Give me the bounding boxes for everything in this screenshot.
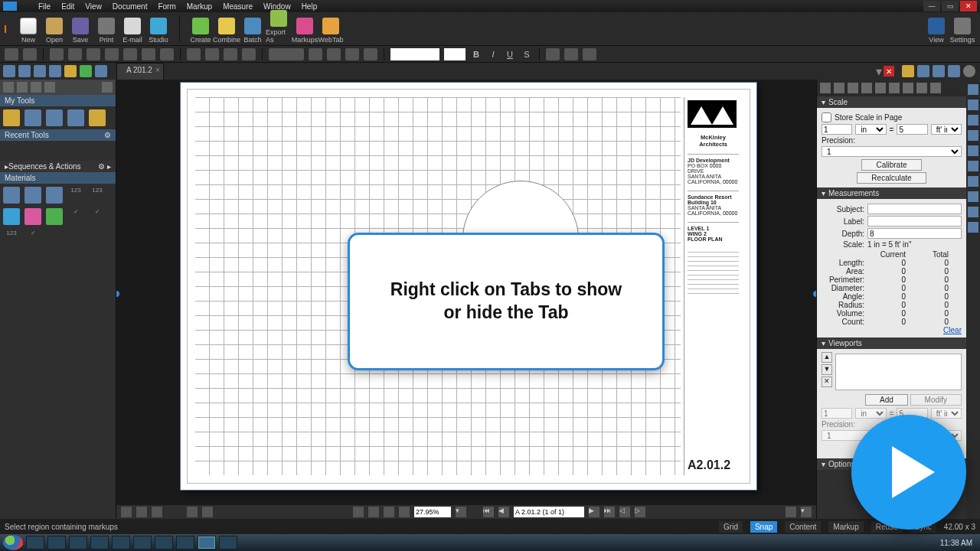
exportas-button[interactable]: Export As [266, 10, 292, 44]
status-content[interactable]: Content [785, 521, 821, 533]
status-markup[interactable]: Markup [828, 521, 863, 533]
tool-icon[interactable] [24, 109, 41, 126]
print-button[interactable]: Print [93, 18, 119, 44]
layout-icon[interactable] [202, 507, 213, 517]
open-button[interactable]: Open [41, 18, 67, 44]
depth-input[interactable] [867, 228, 962, 239]
scale-from-unit[interactable]: in [855, 124, 886, 135]
taskbar-app-icon[interactable] [112, 536, 130, 549]
measure-tool-icon[interactable] [916, 83, 927, 93]
material-icon[interactable] [46, 187, 63, 204]
taskbar-app-icon[interactable] [219, 536, 237, 549]
material-icon[interactable] [24, 187, 41, 204]
panel-tab-icon[interactable] [933, 65, 945, 77]
measure-tool-icon[interactable] [875, 83, 886, 93]
prev-view-icon[interactable]: ◁ [619, 507, 630, 517]
label-input[interactable] [867, 216, 962, 227]
chevron-down-icon[interactable]: ▾ [801, 507, 812, 517]
webtab-button[interactable]: WebTab [318, 18, 344, 44]
zoom-dropdown-icon[interactable]: ▾ [456, 507, 466, 517]
menu-view[interactable]: View [85, 2, 102, 11]
menu-form[interactable]: Form [158, 2, 175, 11]
recalculate-button[interactable]: Recalculate [857, 172, 926, 184]
split-icon[interactable] [136, 507, 147, 517]
line-weight-icon[interactable] [345, 48, 359, 60]
copy-icon[interactable] [68, 48, 82, 60]
menu-edit[interactable]: Edit [61, 2, 74, 11]
tool3-icon[interactable] [160, 48, 174, 60]
bold-icon[interactable]: B [470, 48, 482, 60]
font-family-input[interactable] [390, 48, 439, 60]
calibrate-button[interactable]: Calibrate [861, 159, 921, 171]
vp-add-button[interactable]: Add [865, 394, 908, 406]
edge-tab-icon[interactable] [968, 191, 978, 202]
combine-button[interactable]: Combine [214, 18, 240, 44]
panel-tab-icon[interactable] [49, 65, 61, 77]
edge-tab-icon[interactable] [968, 222, 978, 233]
menu-markup[interactable]: Markup [187, 2, 212, 11]
tab-dropdown-icon[interactable]: ▾ [876, 64, 882, 79]
markups-button[interactable]: Markups [292, 18, 318, 44]
section-recent[interactable]: Recent Tools⚙ [0, 129, 116, 141]
gear-icon[interactable]: ⚙ [104, 131, 111, 139]
panel-tool-icon[interactable] [102, 82, 113, 93]
split-icon[interactable] [121, 507, 132, 517]
section-mytools[interactable]: My Tools [0, 95, 116, 106]
status-grid[interactable]: Grid [719, 521, 743, 533]
store-scale-checkbox[interactable] [822, 112, 831, 122]
measure-tool-icon[interactable] [903, 83, 913, 93]
email-button[interactable]: E-mail [119, 18, 145, 44]
splitter-handle-icon[interactable] [116, 291, 119, 297]
viewport-list[interactable] [835, 354, 962, 390]
panel-tool-icon[interactable] [17, 82, 28, 93]
grid-icon[interactable] [242, 48, 256, 60]
tool-icon[interactable] [3, 109, 20, 126]
tool-icon[interactable] [123, 48, 137, 60]
panel-tab-icon[interactable] [18, 65, 31, 77]
line-end-icon[interactable] [327, 48, 341, 60]
batch-button[interactable]: Batch [240, 18, 266, 44]
panel-tool-icon[interactable] [3, 82, 14, 93]
scale-to-unit[interactable]: ft' in" [931, 124, 962, 135]
menu-document[interactable]: Document [113, 2, 148, 11]
panel-tab-icon[interactable] [80, 65, 92, 77]
text-select-icon[interactable] [399, 507, 410, 517]
measure-tool-icon[interactable] [930, 83, 941, 93]
next-view-icon[interactable]: ▷ [635, 507, 645, 517]
splitter-handle-icon[interactable] [813, 291, 816, 297]
undo-icon[interactable] [5, 48, 18, 60]
tool2-icon[interactable] [142, 48, 155, 60]
edge-tab-icon[interactable] [968, 84, 978, 95]
new-button[interactable]: New [15, 18, 41, 44]
shape-icon[interactable] [224, 48, 237, 60]
revu-menu-icon[interactable] [5, 25, 6, 33]
zoom-icon[interactable] [384, 507, 394, 517]
taskbar-app-icon[interactable] [90, 536, 109, 549]
italic-icon[interactable]: I [487, 48, 499, 60]
last-page-icon[interactable]: ⏭ [604, 507, 615, 517]
tool-icon[interactable] [46, 109, 63, 126]
scale-to-value[interactable] [897, 124, 927, 135]
play-button[interactable] [851, 415, 966, 530]
measure-tool-icon[interactable] [861, 83, 872, 93]
split-icon[interactable] [152, 507, 162, 517]
menu-window[interactable]: Window [263, 2, 291, 11]
material-icon[interactable] [3, 187, 20, 204]
material-icon[interactable] [46, 208, 63, 225]
edge-tab-icon[interactable] [968, 145, 978, 156]
vp-up-icon[interactable]: ▲ [822, 352, 832, 363]
panel-tab-icon[interactable] [3, 65, 15, 77]
measure-tool-icon[interactable] [820, 83, 831, 93]
panel-tool-icon[interactable] [44, 82, 55, 93]
create-button[interactable]: Create [188, 18, 214, 44]
measure-tool-icon[interactable] [889, 83, 900, 93]
status-snap[interactable]: Snap [750, 521, 777, 533]
system-clock[interactable]: 11:38 AM [936, 539, 977, 547]
document-canvas[interactable]: McKinley Architects JD Development PO BO… [116, 80, 816, 519]
window-minimize-icon[interactable]: — [923, 1, 940, 11]
layout-icon[interactable] [187, 507, 198, 517]
line-style-icon[interactable] [269, 48, 304, 60]
panel-tool-icon[interactable] [31, 82, 41, 93]
underline-icon[interactable]: U [504, 48, 516, 60]
align-right-icon[interactable] [583, 48, 596, 60]
